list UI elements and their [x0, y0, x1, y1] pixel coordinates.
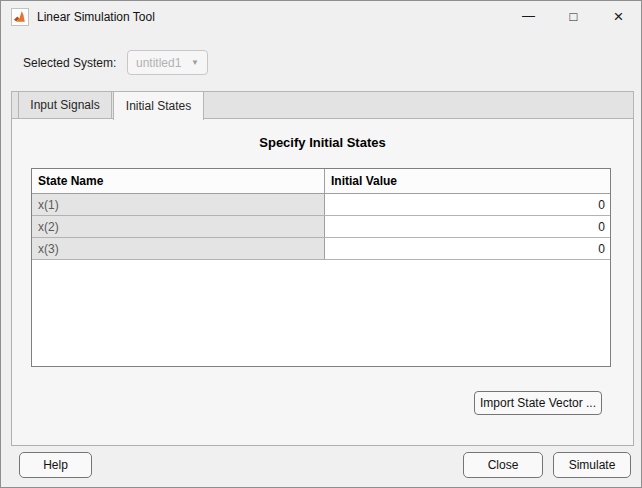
tab-input-signals[interactable]: Input Signals [18, 91, 112, 119]
state-name-cell: x(2) [32, 216, 325, 237]
table-header-row: State Name Initial Value [32, 169, 610, 194]
tab-initial-states[interactable]: Initial States [113, 91, 204, 120]
maximize-button[interactable]: □ [551, 1, 596, 33]
chevron-down-icon: ▼ [191, 58, 199, 67]
close-button[interactable]: × [596, 1, 641, 33]
simulate-button[interactable]: Simulate [553, 452, 631, 478]
import-state-vector-label: Import State Vector ... [480, 396, 596, 410]
table-row: x(2) 0 [32, 216, 610, 238]
initial-states-table: State Name Initial Value x(1) 0 x(2) 0 x… [31, 168, 611, 367]
matlab-logo-icon [13, 10, 27, 24]
window-title: Linear Simulation Tool [37, 1, 155, 33]
import-state-vector-button[interactable]: Import State Vector ... [474, 391, 602, 415]
close-label: Close [488, 458, 519, 472]
selected-system-label: Selected System: [23, 56, 116, 70]
minimize-icon: — [522, 0, 535, 32]
tab-input-signals-label: Input Signals [30, 98, 99, 112]
table-row: x(1) 0 [32, 194, 610, 216]
panel-heading: Specify Initial States [11, 135, 634, 150]
selected-system-dropdown[interactable]: untitled1 ▼ [127, 50, 208, 75]
close-icon: × [614, 1, 624, 33]
window-controls: — □ × [506, 1, 641, 33]
title-bar: Linear Simulation Tool — □ × [1, 1, 641, 33]
maximize-icon: □ [570, 1, 578, 33]
column-header-initial-value: Initial Value [325, 169, 610, 193]
minimize-button[interactable]: — [506, 1, 551, 33]
tab-initial-states-label: Initial States [126, 99, 191, 113]
initial-value-cell[interactable]: 0 [325, 194, 610, 215]
table-row: x(3) 0 [32, 238, 610, 260]
initial-value-cell[interactable]: 0 [325, 238, 610, 259]
help-label: Help [43, 458, 68, 472]
linear-simulation-tool-window: Linear Simulation Tool — □ × Selected Sy… [0, 0, 642, 488]
help-button[interactable]: Help [19, 452, 92, 478]
matlab-app-icon [11, 8, 29, 26]
simulate-label: Simulate [569, 458, 616, 472]
state-name-cell: x(3) [32, 238, 325, 259]
state-name-cell: x(1) [32, 194, 325, 215]
column-header-state-name: State Name [32, 169, 325, 193]
initial-value-cell[interactable]: 0 [325, 216, 610, 237]
selected-system-value: untitled1 [136, 56, 187, 70]
close-dialog-button[interactable]: Close [463, 452, 543, 478]
